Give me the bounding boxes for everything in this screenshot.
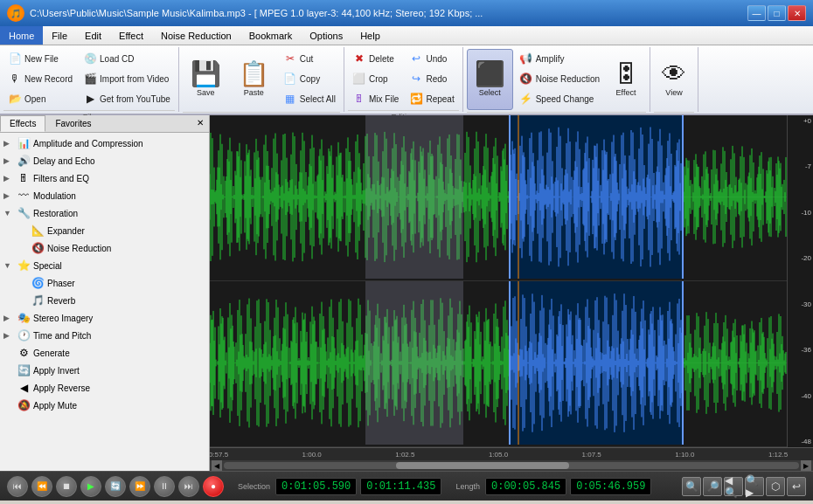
zoom-left-button[interactable]: ◀🔍	[724, 477, 743, 496]
amplify-button[interactable]: 📢 Amplify	[515, 49, 604, 68]
tree-item-modulation[interactable]: ▶ 〰 Modulation	[0, 187, 209, 204]
effect-button[interactable]: 🎛 Effect	[606, 49, 646, 110]
apply-invert-label: Apply Invert	[33, 366, 80, 376]
menu-effect[interactable]: Effect	[110, 26, 152, 45]
waveform-tracks[interactable]	[210, 115, 787, 447]
copy-icon: 📄	[283, 72, 297, 86]
tree-item-reverb[interactable]: 🎵 Reverb	[14, 292, 209, 309]
db-0: +0	[789, 117, 811, 125]
restoration-label: Restoration	[33, 209, 78, 218]
mix-file-icon: 🎚	[352, 92, 366, 106]
open-button[interactable]: 📂 Open	[3, 89, 77, 108]
filters-label: Filters and EQ	[33, 174, 89, 183]
tree-item-filters[interactable]: ▶ 🎚 Filters and EQ	[0, 169, 209, 187]
transport-rewind[interactable]: ⏪	[31, 476, 52, 497]
save-button[interactable]: 💾 Save	[183, 49, 229, 110]
menu-help[interactable]: Help	[351, 26, 389, 45]
close-button[interactable]: ✕	[788, 5, 806, 21]
transport-loop[interactable]: 🔄	[105, 476, 126, 497]
sidebar-close-button[interactable]: ✕	[191, 115, 209, 132]
hscroll-right-button[interactable]: ▶	[801, 460, 811, 471]
total-length: 0:05:46.959	[570, 478, 651, 495]
menu-edit[interactable]: Edit	[76, 26, 110, 45]
sidebar-tab-favorites[interactable]: Favorites	[45, 115, 101, 132]
view-button[interactable]: 👁 View	[654, 49, 694, 110]
copy-button[interactable]: 📄 Copy	[279, 69, 340, 88]
menu-file[interactable]: File	[43, 26, 76, 45]
menu-options[interactable]: Options	[301, 26, 351, 45]
tree-item-special[interactable]: ▼ ⭐ Special	[0, 257, 209, 274]
zoom-in-button[interactable]: 🔍	[682, 477, 701, 496]
length-label: Length	[455, 482, 480, 491]
db-20: -20	[789, 254, 811, 262]
tree-item-phaser[interactable]: 🌀 Phaser	[14, 274, 209, 292]
db-36: -36	[789, 346, 811, 354]
crop-button[interactable]: ⬜ Crop	[348, 69, 403, 88]
mix-file-button[interactable]: 🎚 Mix File	[348, 89, 403, 108]
get-youtube-button[interactable]: ▶ Get from YouTube	[79, 89, 175, 108]
transport-fast-forward[interactable]: ⏩	[129, 476, 150, 497]
tree-item-expander[interactable]: 📐 Expander	[14, 222, 209, 239]
sidebar-tab-effects[interactable]: Effects	[0, 115, 45, 132]
maximize-button[interactable]: □	[768, 5, 786, 21]
menu-home[interactable]: Home	[0, 26, 43, 45]
cut-button[interactable]: ✂ Cut	[279, 49, 340, 68]
zoom-reset-button[interactable]: ↩	[787, 477, 806, 496]
hscroll-track[interactable]	[224, 462, 799, 469]
new-file-button[interactable]: 📄 New File	[3, 49, 77, 68]
tree-item-amplitude[interactable]: ▶ 📊 Amplitude and Compression	[0, 135, 209, 152]
minimize-button[interactable]: —	[747, 5, 766, 21]
apply-reverse-icon: ◀	[17, 381, 31, 395]
transport-record[interactable]: ●	[203, 476, 224, 497]
transport-skip-back[interactable]: ⏮	[7, 476, 28, 497]
tree-item-delay[interactable]: ▶ 🔊 Delay and Echo	[0, 152, 209, 169]
selection-label: Selection	[238, 482, 270, 491]
waveform-track-top[interactable]	[210, 115, 787, 281]
generate-icon: ⚙	[17, 346, 31, 360]
menu-noise-reduction[interactable]: Noise Reduction	[152, 26, 240, 45]
tree-expand-icon: ▶	[3, 174, 14, 183]
tree-item-apply-mute[interactable]: 🔕 Apply Mute	[0, 397, 209, 414]
paste-button[interactable]: 📋 Paste	[231, 49, 277, 110]
hscroll-left-button[interactable]: ◀	[212, 460, 222, 471]
zoom-out-button[interactable]: 🔎	[703, 477, 722, 496]
select-button[interactable]: ⬛ Select	[467, 49, 513, 110]
zoom-fit-button[interactable]: ⬡	[766, 477, 785, 496]
db-40: -40	[789, 392, 811, 400]
tree-item-restoration[interactable]: ▼ 🔧 Restoration	[0, 204, 209, 222]
load-cd-button[interactable]: 💿 Load CD	[79, 49, 175, 68]
redo-button[interactable]: ↪ Redo	[405, 69, 458, 88]
amplify-icon: 📢	[519, 52, 533, 66]
tree-item-stereo[interactable]: ▶ 🎭 Stereo Imagery	[0, 309, 209, 327]
tree-item-noise-red[interactable]: 🔇 Noise Reduction	[14, 239, 209, 257]
tree-item-apply-invert[interactable]: 🔄 Apply Invert	[0, 362, 209, 379]
timeline-mark: 1:12.5	[768, 451, 788, 459]
hscroll-thumb[interactable]	[396, 462, 568, 469]
timeline[interactable]: 0:57.51:00.01:02.51:05.01:07.51:10.01:12…	[210, 447, 813, 460]
transport-pause[interactable]: ⏸	[154, 476, 175, 497]
repeat-button[interactable]: 🔁 Repeat	[405, 89, 458, 108]
import-video-icon: 🎬	[83, 72, 97, 86]
redo-icon: ↪	[409, 72, 423, 86]
select-all-button[interactable]: ▦ Select All	[279, 89, 340, 108]
zoom-right-button[interactable]: 🔍▶	[745, 477, 764, 496]
ribbon-group-select: ⬛ Select 📢 Amplify 🔇 Noise Reduction ⚡ S…	[463, 47, 650, 112]
transport-skip-forward[interactable]: ⏭	[178, 476, 199, 497]
undo-button[interactable]: ↩ Undo	[405, 49, 458, 68]
delete-button[interactable]: ✖ Delete	[348, 49, 403, 68]
tree-item-apply-reverse[interactable]: ◀ Apply Reverse	[0, 379, 209, 397]
tree-item-generate[interactable]: ⚙ Generate	[0, 344, 209, 362]
transport-stop[interactable]: ⏹	[56, 476, 77, 497]
waveform-track-bottom[interactable]	[210, 281, 787, 447]
new-record-button[interactable]: 🎙 New Record	[3, 69, 77, 88]
noise-reduction-button[interactable]: 🔇 Noise Reduction	[515, 69, 604, 88]
speed-change-button[interactable]: ⚡ Speed Change	[515, 89, 604, 108]
transport-play[interactable]: ▶	[80, 476, 101, 497]
import-video-button[interactable]: 🎬 Import from Video	[79, 69, 175, 88]
apply-invert-icon: 🔄	[17, 363, 31, 377]
ribbon-group-view: 👁 View View	[650, 47, 698, 112]
menu-bookmark[interactable]: Bookmark	[240, 26, 302, 45]
tree-item-time-pitch[interactable]: ▶ 🕐 Time and Pitch	[0, 327, 209, 344]
ribbon-group-editing: ✖ Delete ⬜ Crop 🎚 Mix File ↩ Undo	[344, 47, 463, 112]
app-icon: 🎵	[7, 4, 24, 22]
